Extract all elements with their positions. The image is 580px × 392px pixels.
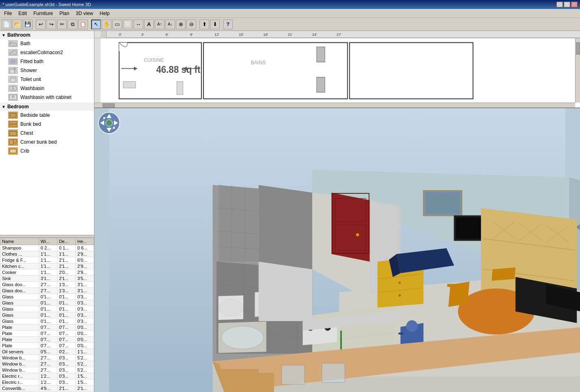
table-row[interactable]: Window b...2'7...0'3...5'2... xyxy=(0,355,94,361)
table-row[interactable]: Plate0'7...0'7...0'0... xyxy=(0,324,94,331)
table-row[interactable]: Glass0'1...0'1...0'3... xyxy=(0,294,94,300)
table-row[interactable]: Cooker1'1...2'0...2'9... xyxy=(0,269,94,276)
table-row[interactable]: Kitchen c...1'1...2'1...2'9... xyxy=(0,263,94,269)
cell-depth: 0'3... xyxy=(57,361,75,367)
minimize-button[interactable]: _ xyxy=(556,2,563,7)
copy-button[interactable]: ⧉ xyxy=(68,20,77,29)
menu-edit[interactable]: Edit xyxy=(16,10,29,17)
properties-table-element: Name Wi... De... He... Shampoo0 2...0 1.… xyxy=(0,238,94,392)
svg-point-8 xyxy=(10,78,16,82)
table-row[interactable]: Electric r...1'2...0'3...1'5... xyxy=(0,379,94,385)
create-dimension-tool[interactable]: ↔ xyxy=(134,20,143,29)
vscroll-thumb-plan[interactable] xyxy=(576,42,580,55)
menu-file[interactable]: File xyxy=(2,10,14,17)
col-header-depth[interactable]: De... xyxy=(57,238,75,245)
cell-name: Oil servers xyxy=(0,349,39,355)
undo-button[interactable]: ↩ xyxy=(36,20,46,29)
item-crib[interactable]: Crib xyxy=(0,147,94,155)
navigation-control[interactable] xyxy=(98,112,120,134)
menu-plan[interactable]: Plan xyxy=(57,10,72,17)
svg-text:CUISINE: CUISINE xyxy=(144,57,164,63)
3d-view[interactable]: SOFTPEDIA xyxy=(94,108,580,392)
col-header-name[interactable]: Name xyxy=(0,238,39,245)
item-chest[interactable]: Chest xyxy=(0,129,94,138)
item-fitted-bath[interactable]: Fitted bath xyxy=(0,57,94,66)
select-tool[interactable]: ↖ xyxy=(91,20,101,29)
table-row[interactable]: Plate0'7...0'7...0'0... xyxy=(0,331,94,337)
export-button[interactable]: ⬇ xyxy=(210,20,220,29)
paste-button[interactable]: 📋 xyxy=(78,20,88,29)
table-row[interactable]: Electric r...1'2...0'3...1'5... xyxy=(0,373,94,379)
table-row[interactable]: Oil servers0'5...0'2...1'1... xyxy=(0,349,94,355)
table-row[interactable]: Window b...2'7...0'3...5'2... xyxy=(0,367,94,373)
item-corner-bunk-bed[interactable]: Corner bunk bed xyxy=(0,138,94,147)
menu-furniture[interactable]: Furniture xyxy=(31,10,55,17)
item-escalier[interactable]: escalierColimacon2 xyxy=(0,48,94,57)
new-button[interactable]: 📄 xyxy=(2,20,11,29)
table-row[interactable]: Glass doo...2'7...1'3...3'1... xyxy=(0,288,94,294)
table-row[interactable]: Fridge & F...1'1...2'1...6'0... xyxy=(0,257,94,263)
item-fitted-bath-label: Fitted bath xyxy=(20,59,44,64)
crib-icon xyxy=(8,147,18,155)
item-bunk-bed[interactable]: Bunk bed xyxy=(0,120,94,129)
category-bathroom[interactable]: ▼ Bathroom xyxy=(0,31,94,39)
menu-help[interactable]: Help xyxy=(97,10,112,17)
table-row[interactable]: Plate0'7...0'7...0'0... xyxy=(0,337,94,343)
furniture-properties-table[interactable]: Name Wi... De... He... Shampoo0 2...0 1.… xyxy=(0,237,94,392)
increase-text-tool[interactable]: A↑ xyxy=(155,20,164,29)
table-row[interactable]: Clothes ...1'1...1'1...2'9... xyxy=(0,251,94,257)
svg-point-100 xyxy=(406,320,418,332)
pan-tool[interactable]: ✋ xyxy=(102,20,112,29)
table-row[interactable]: Glass0'1...0'1...0'3... xyxy=(0,300,94,306)
cell-depth: 0'7... xyxy=(57,337,75,343)
category-bedroom[interactable]: ▼ Bedroom xyxy=(0,103,94,111)
table-row[interactable]: Convertib...4'9...2'1...2'1... xyxy=(0,385,94,392)
item-bath[interactable]: Bath xyxy=(0,39,94,48)
plan-canvas[interactable]: CUISINE 46.88 sq ft BAINS xyxy=(94,38,580,107)
table-row[interactable]: Sink3'1...2'1...3'5... xyxy=(0,276,94,282)
col-header-width[interactable]: Wi... xyxy=(39,238,57,245)
maximize-button[interactable]: □ xyxy=(564,2,570,7)
table-row[interactable]: Glass0'1...0'1...0'3... xyxy=(0,318,94,324)
item-bunk-bed-label: Bunk bed xyxy=(20,121,41,127)
window-controls[interactable]: _ □ × xyxy=(556,2,578,7)
close-button[interactable]: × xyxy=(571,2,578,7)
cell-height: 2'9... xyxy=(75,251,94,257)
furniture-tree[interactable]: ▼ Bathroom Bath escalierColimacon2 Fitt xyxy=(0,31,94,235)
decrease-text-tool[interactable]: A↓ xyxy=(165,20,175,29)
import-button[interactable]: ⬆ xyxy=(199,20,209,29)
zoom-out-icon[interactable]: ⊖ xyxy=(186,20,196,29)
svg-point-115 xyxy=(219,299,243,316)
cell-height: 0'3... xyxy=(75,312,94,318)
svg-rect-20 xyxy=(10,149,16,153)
floor-plan[interactable]: 0' 3' 6' 9' 12' 15' 18' 21' 24' 27' xyxy=(94,31,580,108)
table-row[interactable]: Glass0'1...0'1...0'3... xyxy=(0,306,94,312)
cell-name: Glass xyxy=(0,300,39,306)
ruler-mark-12: 12' xyxy=(214,33,219,37)
item-shower[interactable]: Shower xyxy=(0,66,94,75)
hscroll-thumb[interactable] xyxy=(103,103,115,107)
save-button[interactable]: 💾 xyxy=(23,20,33,29)
open-button[interactable]: 📂 xyxy=(12,20,22,29)
create-wall-tool[interactable]: ▭ xyxy=(112,20,122,29)
zoom-in-icon[interactable]: ⊕ xyxy=(176,20,186,29)
item-washbasin-label: Washbasin xyxy=(20,85,44,91)
table-row[interactable]: Shampoo0 2...0 1...0 6... xyxy=(0,245,94,251)
table-row[interactable]: Glass doo...2'7...1'3...3'1... xyxy=(0,282,94,288)
item-washbasin-cabinet[interactable]: Washbasin with cabinet xyxy=(0,93,94,102)
create-text-tool[interactable]: A xyxy=(144,20,154,29)
create-room-tool[interactable]: ⬜ xyxy=(123,20,133,29)
table-row[interactable]: Window b...2'7...0'3...5'2... xyxy=(0,361,94,367)
table-row[interactable]: Glass0'1...0'1...0'3... xyxy=(0,312,94,318)
help-button[interactable]: ? xyxy=(223,20,233,29)
cell-name: Window b... xyxy=(0,355,39,361)
cut-button[interactable]: ✂ xyxy=(57,20,67,29)
table-row[interactable]: Plate0'7...0'7...0'0... xyxy=(0,343,94,349)
item-toilet[interactable]: Toilet unit xyxy=(0,75,94,84)
cell-height: 0'0... xyxy=(75,343,94,349)
item-bedside-table[interactable]: Bedside table xyxy=(0,111,94,120)
item-washbasin[interactable]: Washbasin xyxy=(0,84,94,93)
redo-button[interactable]: ↪ xyxy=(46,20,56,29)
menu-3dview[interactable]: 3D view xyxy=(73,10,96,17)
col-header-height[interactable]: He... xyxy=(75,238,94,245)
